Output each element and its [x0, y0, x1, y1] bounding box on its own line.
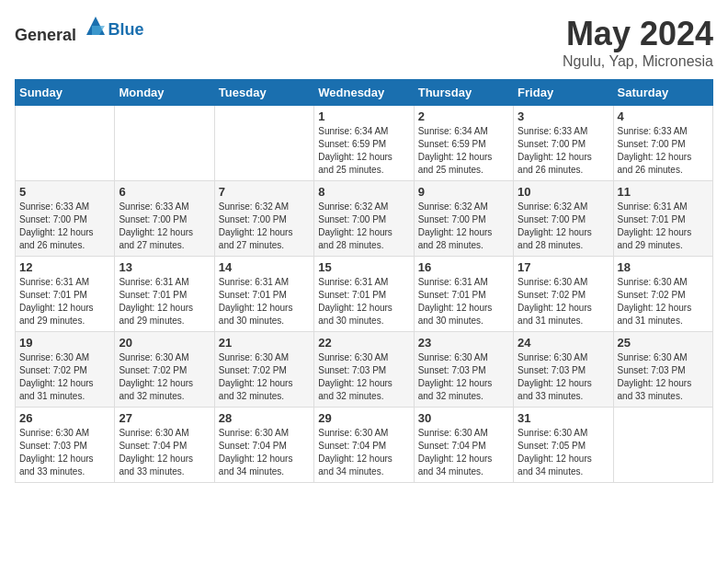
day-info: Sunrise: 6:30 AM Sunset: 7:03 PM Dayligh… [19, 427, 110, 478]
weekday-header-row: SundayMondayTuesdayWednesdayThursdayFrid… [16, 80, 713, 106]
calendar-cell [16, 106, 115, 181]
calendar-cell: 31Sunrise: 6:30 AM Sunset: 7:05 PM Dayli… [514, 408, 613, 483]
calendar-cell: 2Sunrise: 6:34 AM Sunset: 6:59 PM Daylig… [414, 106, 513, 181]
weekday-header-wednesday: Wednesday [314, 80, 414, 106]
calendar-cell: 14Sunrise: 6:31 AM Sunset: 7:01 PM Dayli… [214, 257, 313, 332]
weekday-header-monday: Monday [115, 80, 214, 106]
calendar-cell: 1Sunrise: 6:34 AM Sunset: 6:59 PM Daylig… [314, 106, 414, 181]
weekday-header-sunday: Sunday [16, 80, 115, 106]
calendar-cell: 27Sunrise: 6:30 AM Sunset: 7:04 PM Dayli… [115, 408, 214, 483]
day-number: 23 [418, 336, 509, 350]
calendar-week-row: 26Sunrise: 6:30 AM Sunset: 7:03 PM Dayli… [16, 408, 713, 483]
day-number: 4 [618, 109, 709, 123]
day-number: 15 [318, 260, 409, 274]
day-number: 18 [618, 260, 709, 274]
weekday-header-friday: Friday [514, 80, 613, 106]
day-info: Sunrise: 6:30 AM Sunset: 7:04 PM Dayligh… [318, 427, 409, 478]
calendar-week-row: 12Sunrise: 6:31 AM Sunset: 7:01 PM Dayli… [16, 257, 713, 332]
day-number: 26 [19, 411, 110, 425]
day-number: 11 [618, 185, 709, 199]
day-info: Sunrise: 6:34 AM Sunset: 6:59 PM Dayligh… [418, 125, 509, 177]
day-info: Sunrise: 6:31 AM Sunset: 7:01 PM Dayligh… [119, 276, 210, 327]
day-info: Sunrise: 6:30 AM Sunset: 7:04 PM Dayligh… [418, 427, 509, 478]
day-info: Sunrise: 6:32 AM Sunset: 7:00 PM Dayligh… [219, 201, 310, 252]
calendar-cell: 4Sunrise: 6:33 AM Sunset: 7:00 PM Daylig… [613, 106, 712, 181]
day-info: Sunrise: 6:30 AM Sunset: 7:03 PM Dayligh… [418, 351, 509, 403]
day-info: Sunrise: 6:30 AM Sunset: 7:04 PM Dayligh… [219, 427, 310, 478]
day-info: Sunrise: 6:31 AM Sunset: 7:01 PM Dayligh… [19, 276, 110, 327]
day-number: 13 [119, 260, 210, 274]
calendar-cell: 21Sunrise: 6:30 AM Sunset: 7:02 PM Dayli… [214, 332, 313, 408]
calendar-cell: 9Sunrise: 6:32 AM Sunset: 7:00 PM Daylig… [414, 181, 513, 257]
day-info: Sunrise: 6:30 AM Sunset: 7:05 PM Dayligh… [518, 427, 609, 478]
calendar-cell: 17Sunrise: 6:30 AM Sunset: 7:02 PM Dayli… [514, 257, 613, 332]
day-number: 16 [418, 260, 509, 274]
title-block: May 2024 Ngulu, Yap, Micronesia [563, 15, 713, 70]
calendar-cell [115, 106, 214, 181]
calendar-cell: 29Sunrise: 6:30 AM Sunset: 7:04 PM Dayli… [314, 408, 414, 483]
calendar-cell [613, 408, 712, 483]
day-number: 9 [418, 185, 509, 199]
calendar-cell: 8Sunrise: 6:32 AM Sunset: 7:00 PM Daylig… [314, 181, 414, 257]
calendar-cell [214, 106, 313, 181]
day-info: Sunrise: 6:30 AM Sunset: 7:04 PM Dayligh… [119, 427, 210, 478]
day-info: Sunrise: 6:30 AM Sunset: 7:03 PM Dayligh… [518, 351, 609, 403]
month-title: May 2024 [563, 15, 713, 53]
day-info: Sunrise: 6:30 AM Sunset: 7:03 PM Dayligh… [318, 351, 409, 403]
calendar-cell: 16Sunrise: 6:31 AM Sunset: 7:01 PM Dayli… [414, 257, 513, 332]
day-number: 6 [119, 185, 210, 199]
day-number: 21 [219, 336, 310, 350]
day-number: 31 [518, 411, 609, 425]
day-info: Sunrise: 6:34 AM Sunset: 6:59 PM Dayligh… [318, 125, 409, 177]
day-number: 10 [518, 185, 609, 199]
day-info: Sunrise: 6:33 AM Sunset: 7:00 PM Dayligh… [19, 201, 110, 252]
day-number: 17 [518, 260, 609, 274]
day-info: Sunrise: 6:32 AM Sunset: 7:00 PM Dayligh… [418, 201, 509, 252]
day-info: Sunrise: 6:30 AM Sunset: 7:02 PM Dayligh… [618, 276, 709, 327]
day-info: Sunrise: 6:31 AM Sunset: 7:01 PM Dayligh… [318, 276, 409, 327]
day-number: 20 [119, 336, 210, 350]
calendar-cell: 10Sunrise: 6:32 AM Sunset: 7:00 PM Dayli… [514, 181, 613, 257]
calendar-cell: 6Sunrise: 6:33 AM Sunset: 7:00 PM Daylig… [115, 181, 214, 257]
location-title: Ngulu, Yap, Micronesia [563, 53, 713, 70]
weekday-header-saturday: Saturday [613, 80, 712, 106]
day-info: Sunrise: 6:33 AM Sunset: 7:00 PM Dayligh… [119, 201, 210, 252]
day-info: Sunrise: 6:33 AM Sunset: 7:00 PM Dayligh… [518, 125, 609, 177]
calendar-cell: 13Sunrise: 6:31 AM Sunset: 7:01 PM Dayli… [115, 257, 214, 332]
calendar-week-row: 1Sunrise: 6:34 AM Sunset: 6:59 PM Daylig… [16, 106, 713, 181]
logo-icon [83, 13, 108, 39]
day-info: Sunrise: 6:31 AM Sunset: 7:01 PM Dayligh… [418, 276, 509, 327]
logo-text-blue: Blue [108, 20, 144, 39]
calendar-cell: 11Sunrise: 6:31 AM Sunset: 7:01 PM Dayli… [613, 181, 712, 257]
calendar-cell: 26Sunrise: 6:30 AM Sunset: 7:03 PM Dayli… [16, 408, 115, 483]
day-number: 19 [19, 336, 110, 350]
day-number: 29 [318, 411, 409, 425]
calendar-week-row: 19Sunrise: 6:30 AM Sunset: 7:02 PM Dayli… [16, 332, 713, 408]
calendar-table: SundayMondayTuesdayWednesdayThursdayFrid… [15, 79, 713, 483]
day-info: Sunrise: 6:32 AM Sunset: 7:00 PM Dayligh… [318, 201, 409, 252]
logo-text-general: General [15, 26, 76, 44]
day-info: Sunrise: 6:30 AM Sunset: 7:02 PM Dayligh… [518, 276, 609, 327]
day-number: 25 [618, 336, 709, 350]
day-number: 2 [418, 109, 509, 123]
logo: General Blue [15, 15, 144, 45]
day-number: 27 [119, 411, 210, 425]
calendar-cell: 25Sunrise: 6:30 AM Sunset: 7:03 PM Dayli… [613, 332, 712, 408]
weekday-header-tuesday: Tuesday [214, 80, 313, 106]
weekday-header-thursday: Thursday [414, 80, 513, 106]
page-header: General Blue May 2024 Ngulu, Yap, Micron… [15, 15, 713, 70]
calendar-cell: 15Sunrise: 6:31 AM Sunset: 7:01 PM Dayli… [314, 257, 414, 332]
day-number: 12 [19, 260, 110, 274]
calendar-cell: 18Sunrise: 6:30 AM Sunset: 7:02 PM Dayli… [613, 257, 712, 332]
calendar-cell: 30Sunrise: 6:30 AM Sunset: 7:04 PM Dayli… [414, 408, 513, 483]
calendar-cell: 3Sunrise: 6:33 AM Sunset: 7:00 PM Daylig… [514, 106, 613, 181]
day-info: Sunrise: 6:30 AM Sunset: 7:02 PM Dayligh… [119, 351, 210, 403]
day-info: Sunrise: 6:30 AM Sunset: 7:02 PM Dayligh… [219, 351, 310, 403]
day-info: Sunrise: 6:30 AM Sunset: 7:02 PM Dayligh… [19, 351, 110, 403]
day-number: 28 [219, 411, 310, 425]
day-number: 8 [318, 185, 409, 199]
day-info: Sunrise: 6:33 AM Sunset: 7:00 PM Dayligh… [618, 125, 709, 177]
day-info: Sunrise: 6:32 AM Sunset: 7:00 PM Dayligh… [518, 201, 609, 252]
calendar-cell: 7Sunrise: 6:32 AM Sunset: 7:00 PM Daylig… [214, 181, 313, 257]
day-number: 5 [19, 185, 110, 199]
